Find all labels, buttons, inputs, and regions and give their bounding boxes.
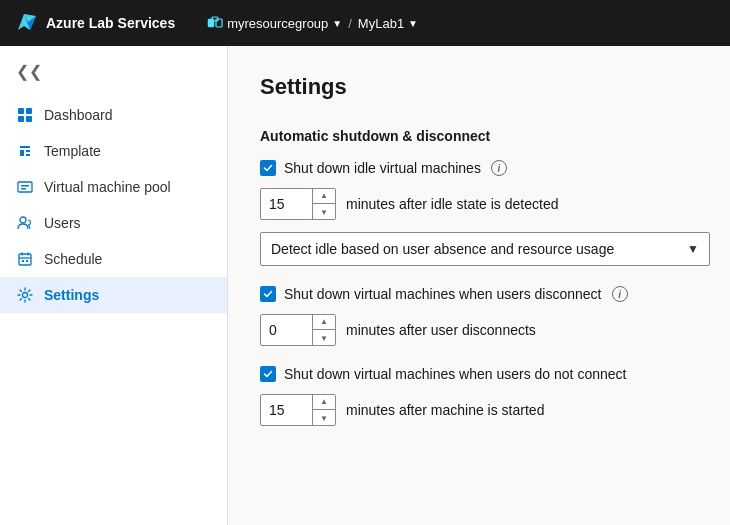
idle-minutes-wrapper: 15 ▲ ▼ minutes after idle state is detec… — [260, 188, 558, 220]
resource-group-label: myresourcegroup — [227, 16, 328, 31]
dashboard-icon — [16, 106, 34, 124]
no-connect-vm-label: Shut down virtual machines when users do… — [284, 366, 626, 382]
no-connect-minutes-row: 15 ▲ ▼ minutes after machine is started — [260, 394, 698, 426]
no-connect-vm-checkbox-row: Shut down virtual machines when users do… — [260, 366, 698, 382]
sidebar-collapse-button[interactable]: ❮❮ — [0, 54, 227, 97]
svg-rect-2 — [208, 19, 214, 27]
disconnect-minutes-up-button[interactable]: ▲ — [313, 314, 335, 330]
idle-minutes-down-button[interactable]: ▼ — [313, 204, 335, 220]
no-connect-minutes-value: 15 — [261, 402, 312, 418]
disconnect-vm-label: Shut down virtual machines when users di… — [284, 286, 602, 302]
sidebar-item-settings[interactable]: Settings — [0, 277, 227, 313]
lab-link[interactable]: MyLab1 ▼ — [358, 16, 418, 31]
svg-rect-3 — [216, 19, 222, 27]
idle-minutes-up-button[interactable]: ▲ — [313, 188, 335, 204]
idle-minutes-suffix: minutes after idle state is detected — [346, 196, 558, 212]
content-area: Settings Automatic shutdown & disconnect… — [228, 46, 730, 525]
disconnect-minutes-suffix: minutes after user disconnects — [346, 322, 536, 338]
no-connect-vm-checkbox[interactable] — [260, 366, 276, 382]
svg-rect-7 — [18, 116, 24, 122]
schedule-icon — [16, 250, 34, 268]
svg-rect-15 — [26, 260, 28, 262]
lab-label: MyLab1 — [358, 16, 404, 31]
sidebar-item-schedule[interactable]: Schedule — [0, 241, 227, 277]
checkmark-icon — [263, 163, 273, 173]
idle-minutes-spinners: ▲ ▼ — [312, 188, 335, 220]
sidebar-item-template[interactable]: Template — [0, 133, 227, 169]
sidebar-item-template-label: Template — [44, 143, 101, 159]
disconnect-vm-checkbox[interactable] — [260, 286, 276, 302]
idle-minutes-value: 15 — [261, 196, 312, 212]
idle-detection-dropdown[interactable]: Detect idle based on user absence and re… — [260, 232, 710, 266]
svg-rect-14 — [22, 260, 24, 262]
svg-rect-13 — [19, 254, 31, 265]
collapse-icon: ❮❮ — [16, 62, 42, 81]
logo-text: Azure Lab Services — [46, 15, 175, 31]
sidebar-item-settings-label: Settings — [44, 287, 99, 303]
sidebar-item-dashboard-label: Dashboard — [44, 107, 113, 123]
resource-group-icon — [207, 15, 223, 31]
svg-rect-10 — [21, 185, 29, 187]
checkmark-icon-3 — [263, 369, 273, 379]
dropdown-chevron-icon: ▼ — [687, 242, 699, 256]
breadcrumb: myresourcegroup ▼ / MyLab1 ▼ — [207, 15, 418, 31]
idle-vm-info-icon[interactable]: i — [491, 160, 507, 176]
logo: Azure Lab Services — [16, 12, 175, 34]
disconnect-minutes-value: 0 — [261, 322, 312, 338]
sidebar: ❮❮ Dashboard Te — [0, 46, 228, 525]
idle-vm-checkbox[interactable] — [260, 160, 276, 176]
checkmark-icon-2 — [263, 289, 273, 299]
svg-rect-5 — [18, 108, 24, 114]
svg-rect-6 — [26, 108, 32, 114]
top-nav: Azure Lab Services myresourcegroup ▼ / M… — [0, 0, 730, 46]
svg-point-16 — [23, 293, 28, 298]
idle-vm-checkbox-wrapper[interactable]: Shut down idle virtual machines — [260, 160, 481, 176]
idle-minutes-input[interactable]: 15 ▲ ▼ — [260, 188, 336, 220]
breadcrumb-separator: / — [348, 16, 352, 31]
sidebar-item-schedule-label: Schedule — [44, 251, 102, 267]
disconnect-vm-checkbox-row: Shut down virtual machines when users di… — [260, 286, 698, 302]
no-connect-minutes-up-button[interactable]: ▲ — [313, 394, 335, 410]
disconnect-minutes-input[interactable]: 0 ▲ ▼ — [260, 314, 336, 346]
sidebar-item-users-label: Users — [44, 215, 81, 231]
sidebar-item-dashboard[interactable]: Dashboard — [0, 97, 227, 133]
no-connect-minutes-down-button[interactable]: ▼ — [313, 410, 335, 426]
section-auto-shutdown-title: Automatic shutdown & disconnect — [260, 128, 698, 144]
azure-logo-icon — [16, 12, 38, 34]
disconnect-minutes-down-button[interactable]: ▼ — [313, 330, 335, 346]
vm-pool-icon — [16, 178, 34, 196]
page-title: Settings — [260, 74, 698, 100]
sidebar-item-vm-pool[interactable]: Virtual machine pool — [0, 169, 227, 205]
idle-minutes-row: 15 ▲ ▼ minutes after idle state is detec… — [260, 188, 698, 220]
svg-rect-8 — [26, 116, 32, 122]
no-connect-minutes-spinners: ▲ ▼ — [312, 394, 335, 426]
no-connect-minutes-input[interactable]: 15 ▲ ▼ — [260, 394, 336, 426]
idle-detection-dropdown-text: Detect idle based on user absence and re… — [271, 241, 614, 257]
disconnect-minutes-spinners: ▲ ▼ — [312, 314, 335, 346]
disconnect-vm-checkbox-wrapper[interactable]: Shut down virtual machines when users di… — [260, 286, 602, 302]
sidebar-item-users[interactable]: Users — [0, 205, 227, 241]
disconnect-vm-info-icon[interactable]: i — [612, 286, 628, 302]
template-icon — [16, 142, 34, 160]
main-layout: ❮❮ Dashboard Te — [0, 46, 730, 525]
users-icon — [16, 214, 34, 232]
disconnect-minutes-wrapper: 0 ▲ ▼ minutes after user disconnects — [260, 314, 536, 346]
svg-rect-11 — [21, 188, 26, 190]
no-connect-minutes-suffix: minutes after machine is started — [346, 402, 544, 418]
idle-vm-checkbox-row: Shut down idle virtual machines i — [260, 160, 698, 176]
no-connect-minutes-wrapper: 15 ▲ ▼ minutes after machine is started — [260, 394, 544, 426]
resource-group-link[interactable]: myresourcegroup ▼ — [207, 15, 342, 31]
svg-point-12 — [20, 217, 26, 223]
lab-chevron-icon[interactable]: ▼ — [408, 18, 418, 29]
resource-group-chevron-icon[interactable]: ▼ — [332, 18, 342, 29]
idle-vm-label: Shut down idle virtual machines — [284, 160, 481, 176]
svg-rect-9 — [18, 182, 32, 192]
disconnect-minutes-row: 0 ▲ ▼ minutes after user disconnects — [260, 314, 698, 346]
sidebar-item-vm-pool-label: Virtual machine pool — [44, 179, 171, 195]
no-connect-vm-checkbox-wrapper[interactable]: Shut down virtual machines when users do… — [260, 366, 626, 382]
settings-icon — [16, 286, 34, 304]
